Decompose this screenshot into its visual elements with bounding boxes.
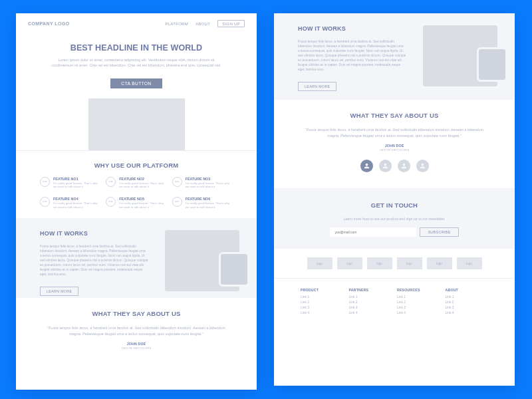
avatar-row xyxy=(303,160,485,172)
testimonial-section-2: WHAT THEY SAY ABOUT US "Fusce tempor fel… xyxy=(274,100,515,176)
footer-link[interactable]: Link 2 xyxy=(301,301,344,304)
footer-link[interactable]: Link 4 xyxy=(446,311,489,315)
footer-link[interactable]: Link 1 xyxy=(349,295,392,299)
footer-link[interactable]: Link 4 xyxy=(301,311,344,315)
footer-link[interactable]: Link 4 xyxy=(397,311,440,315)
feature-4: iconFEATURE NO4I'm really good feature. … xyxy=(40,197,100,209)
client-logo-2: logo xyxy=(337,257,362,269)
signup-button[interactable]: SIGN UP xyxy=(217,20,245,27)
nav-about[interactable]: ABOUT xyxy=(196,22,210,26)
feature-5: iconFEATURE NO5I'm really good feature. … xyxy=(106,197,166,209)
email-input[interactable] xyxy=(330,227,416,237)
footer-link[interactable]: Link 1 xyxy=(446,295,489,299)
features-grid: iconFEATURE NO1I'm really good feature. … xyxy=(40,177,233,209)
how-it-works-section: HOW IT WORKS Fusce tempor felis lacus, a… xyxy=(16,218,257,298)
hero-image-placeholder xyxy=(88,98,185,150)
footer-col-2: RESOURCESLink 1Link 2Link 3Link 4 xyxy=(397,288,440,317)
footer-link[interactable]: Link 2 xyxy=(397,301,440,304)
get-in-touch-section: GET IN TOUCH Learn more how to use our p… xyxy=(274,188,515,249)
hero-lead: Lorem ipsum dolor sit amet, consectetur … xyxy=(48,57,225,68)
how-body-2: Fusce tempor felis lacus, a hendrerit ur… xyxy=(298,40,406,72)
touch-heading: GET IN TOUCH xyxy=(298,201,491,209)
feature-title: FEATURE NO3 xyxy=(186,177,233,181)
client-logo-6: logo xyxy=(457,257,482,269)
person-icon xyxy=(400,162,408,170)
footer-link[interactable]: Link 2 xyxy=(446,301,489,304)
feature-1: iconFEATURE NO1I'm really good feature. … xyxy=(40,177,100,189)
testimonial-section: WHAT THEY SAY ABOUT US "Fusce tempor fel… xyxy=(16,298,257,354)
subscribe-form: SUBSCRIBE xyxy=(298,227,491,237)
avatar-1[interactable] xyxy=(360,160,373,172)
feature-6: iconFEATURE NO6I'm really good feature. … xyxy=(172,197,233,209)
how-it-works-section-2: HOW IT WORKS Fusce tempor felis lacus, a… xyxy=(274,13,515,100)
client-logo-1: logo xyxy=(307,257,332,269)
avatar-2[interactable] xyxy=(379,160,392,172)
testimonial-role: CEO OF GETCOLORS xyxy=(45,346,227,350)
hero-headline: BEST HEADLINE IN THE WORLD xyxy=(48,43,225,53)
landing-page-top: COMPANY LOGO PLATFORM ABOUT SIGN UP BEST… xyxy=(16,13,257,390)
feature-desc: I'm really good feature. That's why we w… xyxy=(53,182,100,189)
nav-menu: PLATFORM ABOUT SIGN UP xyxy=(165,20,245,27)
footer-link[interactable]: Link 4 xyxy=(349,311,392,315)
feature-desc: I'm really good feature. That's why we w… xyxy=(119,201,166,209)
feature-2: iconFEATURE NO2I'm really good feature. … xyxy=(106,177,166,189)
how-heading: HOW IT WORKS xyxy=(40,230,148,237)
person-icon xyxy=(419,162,426,170)
company-logo[interactable]: COMPANY LOGO xyxy=(28,21,70,26)
how-heading-2: HOW IT WORKS xyxy=(298,25,406,32)
client-logo-4: logo xyxy=(397,257,422,269)
feature-icon: icon xyxy=(40,177,50,187)
avatar-3[interactable] xyxy=(398,160,410,172)
testimonial-author: JOHN DOE xyxy=(45,342,227,346)
feature-title: FEATURE NO1 xyxy=(53,177,100,181)
subscribe-button[interactable]: SUBSCRIBE xyxy=(420,227,458,237)
feature-icon: icon xyxy=(106,197,116,207)
person-icon xyxy=(363,162,370,170)
feature-icon: icon xyxy=(106,177,116,187)
feature-title: FEATURE NO6 xyxy=(186,197,233,201)
nav: COMPANY LOGO PLATFORM ABOUT SIGN UP xyxy=(16,13,257,31)
feature-3: iconFEATURE NO3I'm really good feature. … xyxy=(172,177,233,189)
footer: PRODUCTLink 1Link 2Link 3Link 4PARTNERSL… xyxy=(274,278,515,329)
avatar-4[interactable] xyxy=(416,160,429,172)
feature-title: FEATURE NO5 xyxy=(119,197,166,201)
footer-link[interactable]: Link 3 xyxy=(349,306,392,309)
nav-platform[interactable]: PLATFORM xyxy=(165,22,188,26)
how-body: Fusce tempor felis lacus, a hendrerit ur… xyxy=(40,245,148,277)
how-image-placeholder-small xyxy=(221,254,247,285)
footer-link[interactable]: Link 3 xyxy=(446,306,489,309)
touch-sub: Learn more how to use our product and si… xyxy=(298,217,491,221)
footer-link[interactable]: Link 1 xyxy=(301,295,344,299)
testimonial-quote-2: "Fusce tempor felis lacus, a hendrerit u… xyxy=(303,127,485,138)
how-image-placeholder-small-2 xyxy=(479,49,505,80)
testimonial-role-2: CEO OF GETCOLORS xyxy=(303,148,485,152)
footer-link[interactable]: Link 2 xyxy=(349,301,392,304)
hero: BEST HEADLINE IN THE WORLD Lorem ipsum d… xyxy=(16,31,257,150)
footer-link[interactable]: Link 3 xyxy=(301,306,344,309)
cta-button[interactable]: CTA BUTTON xyxy=(110,78,162,88)
feature-title: FEATURE NO2 xyxy=(119,177,166,181)
feature-desc: I'm really good feature. That's why we w… xyxy=(119,182,166,189)
client-logo-3: logo xyxy=(367,257,392,269)
footer-col-0: PRODUCTLink 1Link 2Link 3Link 4 xyxy=(301,288,344,317)
footer-col-3: ABOUTLink 1Link 2Link 3Link 4 xyxy=(446,288,489,317)
landing-page-bottom: HOW IT WORKS Fusce tempor felis lacus, a… xyxy=(274,13,515,386)
person-icon xyxy=(382,162,389,170)
feature-icon: icon xyxy=(40,197,50,207)
footer-col-heading: PRODUCT xyxy=(301,288,344,292)
testimonial-heading: WHAT THEY SAY ABOUT US xyxy=(45,310,227,317)
footer-col-1: PARTNERSLink 1Link 2Link 3Link 4 xyxy=(349,288,392,317)
testimonial-author-2: JOHN DOE xyxy=(303,144,485,148)
client-logos: logologologologologologo xyxy=(274,249,515,278)
footer-link[interactable]: Link 3 xyxy=(397,306,440,309)
feature-desc: I'm really good feature. That's why we w… xyxy=(53,201,100,209)
feature-title: FEATURE NO4 xyxy=(53,197,100,201)
footer-col-heading: RESOURCES xyxy=(397,288,440,292)
learn-more-button[interactable]: LEARN MORE xyxy=(40,287,78,296)
learn-more-button-2[interactable]: LEARN MORE xyxy=(298,82,336,91)
footer-col-heading: ABOUT xyxy=(446,288,489,292)
testimonial-quote: "Fusce tempor felis lacus, a hendrerit u… xyxy=(45,325,227,336)
footer-link[interactable]: Link 1 xyxy=(397,295,440,299)
feature-desc: I'm really good feature. That's why we w… xyxy=(186,201,233,209)
features-heading: WHY USE OUR PLATFORM xyxy=(40,162,233,169)
